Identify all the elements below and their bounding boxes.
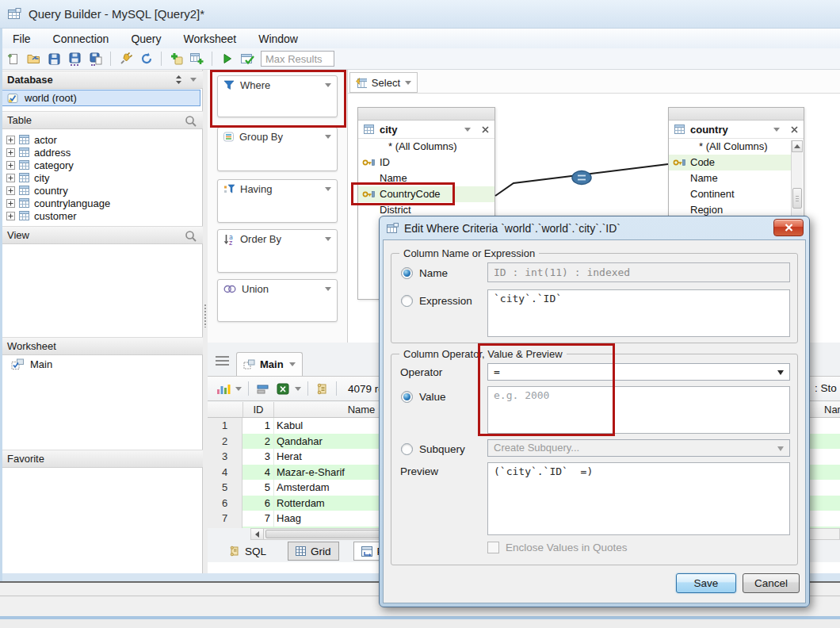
column-id[interactable]: ID [358, 155, 494, 170]
subquery-radio-label[interactable]: Subquery [419, 443, 465, 455]
value-radio[interactable] [401, 391, 413, 403]
search-icon[interactable] [185, 115, 197, 127]
table-tree-item-city[interactable]: city [0, 171, 203, 184]
execute-icon[interactable] [220, 52, 235, 67]
card-drag-strip[interactable] [358, 108, 494, 121]
view-section-header[interactable]: View [0, 226, 203, 244]
tab-sql[interactable]: SQL [222, 542, 273, 561]
column-code[interactable]: Code [669, 155, 791, 170]
save-icon[interactable] [47, 52, 62, 67]
new-worksheet-icon[interactable] [6, 52, 21, 67]
chevron-down-icon[interactable] [295, 387, 301, 391]
execute-edit-icon[interactable] [240, 52, 255, 67]
sort-icon[interactable] [175, 75, 182, 85]
country-card-header[interactable]: country [669, 121, 804, 139]
expand-plus-icon[interactable] [6, 136, 15, 144]
enclose-quotes-checkbox[interactable] [487, 542, 499, 553]
table-tree-item-countrylanguage[interactable]: countrylanguage [0, 197, 203, 209]
name-radio-label[interactable]: Name [419, 267, 448, 279]
save-all-icon[interactable] [88, 52, 103, 67]
open-icon[interactable] [26, 52, 41, 67]
union-panel[interactable]: Union [217, 279, 338, 322]
database-item-world[interactable]: world (root) [2, 90, 200, 106]
worksheet-item-main[interactable]: Main [11, 357, 52, 371]
scroll-up-icon[interactable] [792, 140, 803, 152]
scroll-left-icon[interactable] [251, 529, 264, 539]
search-icon[interactable] [185, 230, 197, 242]
chevron-down-icon[interactable] [464, 128, 471, 132]
chevron-down-icon[interactable] [190, 78, 197, 82]
chart-icon[interactable] [216, 381, 231, 396]
city-card-header[interactable]: city [358, 121, 494, 139]
menu-connection[interactable]: Connection [53, 33, 109, 45]
expand-plus-icon[interactable] [6, 199, 15, 208]
having-panel[interactable]: Having [217, 179, 338, 223]
dialog-title-bar[interactable]: Edit Where Criteria `world`.`world`.`cit… [380, 216, 809, 239]
chevron-down-icon[interactable] [289, 362, 296, 366]
table-tree-item-address[interactable]: address [0, 146, 203, 159]
chevron-down-icon[interactable] [773, 128, 780, 132]
table-tree-item-actor[interactable]: actor [0, 133, 203, 146]
chevron-down-icon[interactable] [325, 187, 331, 191]
tab-grid[interactable]: Grid [288, 542, 339, 561]
grid-cell-id: 6 [242, 496, 274, 511]
add-derived-table-icon[interactable] [189, 52, 204, 67]
close-button[interactable] [773, 219, 804, 236]
expand-plus-icon[interactable] [6, 161, 15, 170]
max-results-input[interactable] [261, 51, 334, 67]
expand-plus-icon[interactable] [6, 174, 15, 182]
subquery-radio[interactable] [401, 443, 413, 455]
worksheet-tab-main[interactable]: Main [236, 352, 303, 376]
expand-plus-icon[interactable] [6, 148, 15, 157]
menu-window[interactable]: Window [258, 33, 298, 45]
save-button[interactable]: Save [676, 573, 736, 593]
favorite-section-header[interactable]: Favorite [0, 450, 203, 468]
sidebar-resize-grip[interactable] [204, 304, 207, 327]
excel-export-icon[interactable] [275, 381, 290, 396]
database-section-header[interactable]: Database [0, 71, 203, 89]
card-drag-strip[interactable] [669, 108, 804, 121]
menu-file[interactable]: File [13, 33, 31, 45]
table-section-header[interactable]: Table [0, 111, 203, 129]
chevron-down-icon[interactable] [325, 287, 331, 291]
expression-radio[interactable] [401, 295, 413, 307]
worksheet-section-header[interactable]: Worksheet [0, 337, 203, 355]
connect-plug-icon[interactable] [118, 52, 133, 67]
value-radio-label[interactable]: Value [419, 391, 446, 403]
add-table-icon[interactable] [169, 52, 184, 67]
column-all-columns[interactable]: * (All Columns) [669, 139, 791, 155]
compare-export-icon[interactable] [255, 381, 270, 396]
chevron-down-icon[interactable] [325, 237, 331, 241]
close-icon[interactable] [482, 126, 489, 133]
scrollbar-thumb[interactable] [792, 188, 802, 209]
table-tree-item-customer[interactable]: customer [0, 209, 203, 222]
table-tree-item-category[interactable]: category [0, 159, 203, 171]
menu-worksheet[interactable]: Worksheet [184, 33, 237, 45]
sql-script-icon[interactable] [315, 381, 330, 396]
expression-field[interactable]: `city`.`ID` [487, 289, 790, 337]
save-as-icon[interactable] [67, 52, 82, 67]
grid-header-name2[interactable]: Name [824, 402, 840, 417]
column-continent[interactable]: Continent [669, 186, 791, 202]
chevron-down-icon[interactable] [325, 135, 331, 139]
expand-plus-icon[interactable] [6, 186, 15, 195]
menu-query[interactable]: Query [131, 33, 161, 45]
table-tree-item-country[interactable]: country [0, 184, 203, 197]
preview-field[interactable]: (`city`.`ID` =) [487, 462, 790, 535]
column-name[interactable]: Name [669, 170, 791, 186]
close-icon[interactable] [791, 126, 798, 133]
expression-radio-label[interactable]: Expression [419, 295, 472, 307]
chevron-down-icon[interactable] [235, 387, 242, 391]
worksheet-list-icon[interactable] [216, 356, 229, 366]
column-all-columns[interactable]: * (All Columns) [358, 139, 494, 155]
order-by-panel[interactable]: az Order By [217, 229, 338, 273]
expand-plus-icon[interactable] [6, 212, 15, 220]
chevron-down-icon [777, 370, 784, 375]
chevron-down-icon[interactable] [405, 81, 411, 85]
cancel-button[interactable]: Cancel [743, 573, 800, 593]
grid-header-id[interactable]: ID [242, 402, 274, 417]
group-by-panel[interactable]: Group By [217, 127, 338, 171]
select-clause-button[interactable]: Select [349, 72, 418, 93]
refresh-icon[interactable] [139, 52, 154, 67]
name-radio[interactable] [401, 267, 413, 279]
